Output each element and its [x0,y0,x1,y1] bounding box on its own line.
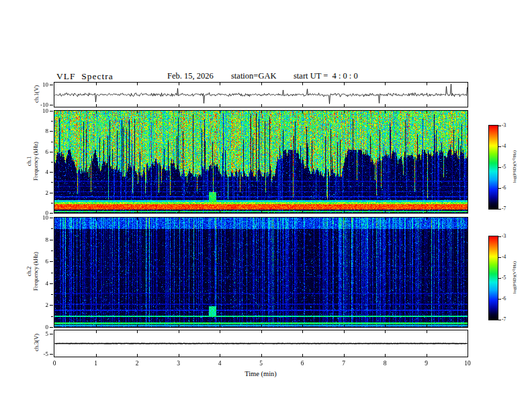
y-tick-label: 10 [30,214,48,221]
x-tick-label: 4 [212,360,228,367]
x-tick-mark [220,210,220,213]
y-tick-label: 8 [30,236,48,243]
x-tick-mark [179,83,179,85]
y-minor-tick-mark [51,162,53,163]
y-minor-tick-mark [51,121,53,122]
colorbar-tick-label: -5 [502,165,506,170]
x-tick-mark [220,83,220,85]
colorbar-tick-label: -7 [502,317,506,322]
x-tick-mark [427,83,427,85]
x-tick-mark [385,324,386,327]
y-tick-mark [50,131,53,132]
ch2-spectrogram-panel [54,217,468,328]
x-tick-label: 9 [418,360,435,367]
colorbar-ch2 [488,236,498,320]
colorbar-tick-mark [498,209,501,210]
y-tick-label: 5 [30,330,48,337]
colorbar-tick-label: -3 [502,234,506,239]
x-tick-mark [261,104,262,107]
x-tick-mark [137,330,138,333]
y-tick-label: 4 [30,169,48,175]
y-tick-mark [50,305,53,306]
y-tick-mark [50,240,53,240]
x-tick-mark [385,104,386,107]
ch1-spectrogram-panel [54,110,468,214]
y-tick-label: 6 [30,258,48,265]
x-tick-mark [137,83,138,85]
colorbar-tick-mark [498,320,501,320]
colorbar-tick-label: -4 [502,255,506,260]
colorbar-tick-mark [498,299,501,300]
colorbar-tick-mark [498,278,501,279]
x-tick-mark [302,104,303,107]
colorbar-tick-label: -6 [502,185,506,191]
x-tick-mark [96,330,97,333]
ch2-spectrogram [54,218,468,327]
x-tick-mark [220,111,220,113]
x-tick-mark [427,218,427,220]
y-minor-tick-mark [51,273,53,273]
y-tick-mark [50,111,53,111]
colorbar-tick-label: -7 [502,206,506,212]
colorbar-tick-mark [498,236,501,237]
x-tick-mark [302,210,303,213]
colorbar-tick-label: -3 [502,123,506,128]
y-tick-label: 10 [30,81,48,88]
x-tick-mark [220,104,220,107]
x-tick-mark [385,354,386,357]
x-tick-mark [385,218,386,220]
x-tick-mark [344,330,345,333]
x-tick-mark [261,324,262,327]
x-tick-label: 3 [171,360,187,367]
ch3-waveform-plot [54,330,468,357]
start-ut-label: start UT = 4 : 0 : 0 [294,71,358,81]
x-tick-mark [344,354,345,357]
x-tick-label: 10 [459,360,476,367]
y-tick-label: 2 [30,302,48,308]
x-tick-mark [261,354,262,357]
x-tick-mark [137,354,138,357]
x-tick-mark [302,354,303,357]
station-label: station=GAK [231,71,276,81]
x-tick-mark [261,330,262,333]
x-tick-label: 5 [253,360,269,367]
x-tick-mark [179,324,179,327]
x-tick-mark [96,210,97,213]
y-minor-tick-mark [51,316,53,317]
ch1-waveform-plot [54,83,468,107]
y-tick-mark [50,105,53,105]
y-tick-label: 6 [30,148,48,155]
y-tick-mark [50,218,53,218]
x-tick-mark [220,324,220,327]
time-axis-label: Time (min) [230,370,291,377]
x-tick-mark [179,210,179,213]
x-tick-mark [427,210,427,213]
colorbar-tick-mark [498,188,501,189]
y-tick-mark [50,334,53,334]
x-tick-label: 0 [46,360,62,367]
y-tick-mark [50,283,53,284]
x-tick-mark [179,354,179,357]
colorbar-tick-mark [498,146,501,147]
y-tick-mark [50,213,53,214]
colorbar-tick-mark [498,126,501,126]
x-tick-mark [220,330,220,333]
ch3-waveform-panel [54,330,468,357]
x-tick-mark [137,218,138,220]
y-tick-label: 8 [30,128,48,134]
x-tick-mark [261,83,262,85]
x-tick-label: 6 [294,360,310,367]
figure-title: VLF Spectra [56,71,114,82]
x-tick-mark [427,111,427,113]
x-tick-mark [302,218,303,220]
x-tick-mark [137,324,138,327]
x-tick-mark [179,111,179,113]
colorbar-ch1-label: log(PSD)(V²/Hz) [511,150,518,183]
y-tick-label: 2 [30,189,48,196]
x-tick-mark [137,111,138,113]
colorbar-ch1 [488,125,498,210]
x-tick-mark [302,330,303,333]
y-minor-tick-mark [51,142,53,142]
x-tick-mark [137,210,138,213]
x-tick-label: 2 [129,360,145,367]
